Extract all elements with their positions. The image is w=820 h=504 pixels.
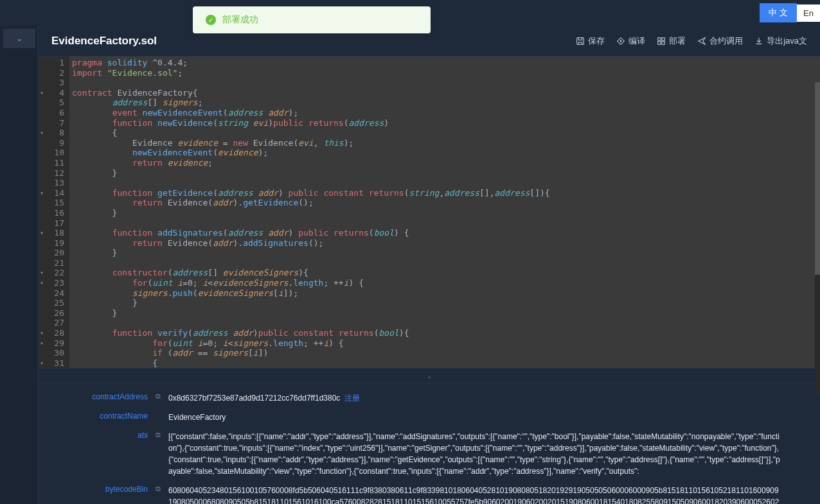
check-icon: ✓ [206,15,216,25]
download-icon [754,37,763,46]
svg-rect-5 [658,41,661,44]
sidebar-dropdown[interactable]: ⌄ [3,29,35,48]
left-sidebar: ⌄ [0,26,39,504]
contract-name-label: contractName [84,412,148,421]
scrollbar-thumb[interactable] [815,82,820,275]
vertical-scrollbar[interactable] [815,82,820,394]
compile-label: 编译 [628,35,645,47]
save-button[interactable]: 保存 [576,35,605,47]
chevron-down-icon: ⌄ [16,34,22,43]
code-editor[interactable]: 1234▾5678▾91011121314▾15161718▾19202122▾… [39,56,820,368]
contract-info-panel: contractAddress ⧉ 0x8d6327bf7253e87add9d… [39,383,820,504]
send-icon [697,37,706,46]
compile-button[interactable]: 编译 [616,35,645,47]
notification-text: 部署成功 [222,14,258,26]
contract-name-value: EvidenceFactory [168,412,781,423]
bytecode-label: bytecodeBin [84,485,148,494]
export-label: 导出java文 [767,35,807,47]
deploy-button[interactable]: 部署 [657,35,686,47]
code-area[interactable]: pragma solidity ^0.4.4;import "Evidence.… [69,56,820,368]
abi-label: abi [84,431,148,440]
contract-address-label: contractAddress [84,392,148,401]
copy-icon[interactable]: ⧉ [156,485,161,493]
copy-icon[interactable]: ⧉ [156,431,161,439]
panel-divider[interactable]: ⌄ [39,368,820,383]
line-gutter: 1234▾5678▾91011121314▾15161718▾19202122▾… [39,56,69,368]
deploy-icon [657,37,666,46]
deploy-label: 部署 [669,35,686,47]
compile-icon [616,37,625,46]
file-title: EvidenceFactory.sol [51,35,157,48]
invoke-label: 合约调用 [709,35,743,47]
abi-value: [{"constant":false,"inputs":[{"name":"ad… [168,431,781,477]
svg-rect-3 [658,37,661,40]
save-label: 保存 [588,35,605,47]
svg-rect-6 [662,41,664,44]
copy-icon[interactable]: ⧉ [156,392,161,401]
bytecode-value: 60806040523480156100105760008fd5b5060405… [168,485,781,504]
contract-address-value: 0x8d6327bf7253e87add9d17212cc76dd7ff1d38… [168,392,781,404]
register-link[interactable]: 注册 [344,394,360,403]
svg-point-2 [620,40,621,42]
save-icon [576,37,585,46]
svg-rect-4 [662,37,664,40]
lang-cn-button[interactable]: 中 文 [760,3,797,22]
invoke-button[interactable]: 合约调用 [697,35,743,47]
chevron-down-icon: ⌄ [427,372,432,379]
export-java-button[interactable]: 导出java文 [754,35,807,47]
deploy-success-notification: ✓ 部署成功 [193,6,431,33]
lang-en-button[interactable]: En [797,4,820,22]
svg-rect-0 [577,37,584,44]
